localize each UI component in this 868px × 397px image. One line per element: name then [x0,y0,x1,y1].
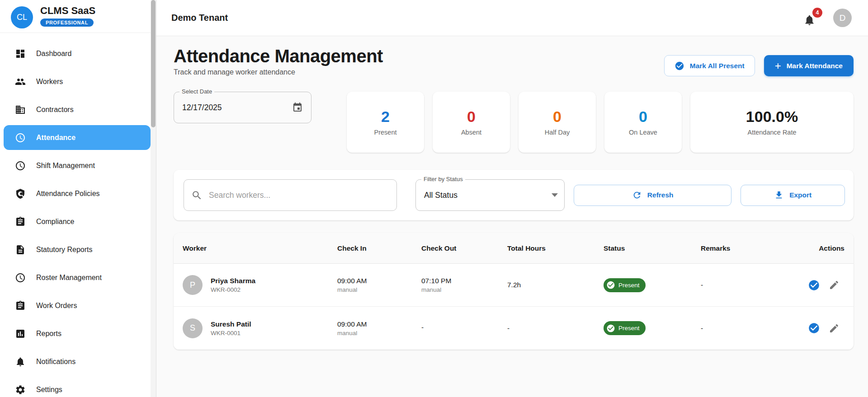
check-out-time: - [421,323,507,332]
column-header-status: Status [604,244,701,252]
sidebar: CL CLMS SaaS PROFESSIONAL Dashboard Work… [0,0,156,397]
export-label: Export [789,191,811,199]
search-field[interactable] [184,179,397,211]
export-button[interactable]: Export [741,185,845,206]
download-icon [774,190,784,200]
sidebar-item-label: Attendance Policies [36,190,100,198]
status-badge: Present [604,278,646,292]
mark-all-present-button[interactable]: Mark All Present [664,55,755,76]
sidebar-item-label: Dashboard [36,50,71,58]
mark-attendance-button[interactable]: + Mark Attendance [764,55,854,76]
status-filter-label: Filter by Status [421,176,465,182]
table-row: P Priya Sharma WKR-0002 09:00 AM manual … [174,264,854,307]
sidebar-item-attendance-policies[interactable]: Attendance Policies [4,181,151,206]
brand-header: CL CLMS SaaS PROFESSIONAL [0,0,156,33]
sidebar-item-label: Work Orders [36,302,77,310]
refresh-button[interactable]: Refresh [574,185,731,206]
worker-code: WKR-0001 [211,330,251,336]
sidebar-item-label: Statutory Reports [36,246,93,254]
sidebar-item-label: Reports [36,330,61,338]
sidebar-item-shift-management[interactable]: Shift Management [4,153,151,178]
search-input[interactable] [209,191,389,200]
check-in-time: 09:00 AM [337,277,421,285]
notification-count-badge: 4 [812,8,822,18]
filter-toolbar: Filter by Status All Status Refresh Expo… [174,170,854,220]
status-filter-value: All Status [424,191,458,200]
status-badge: Present [604,321,646,335]
stat-label: Absent [461,129,481,136]
column-header-total-hours: Total Hours [507,244,604,252]
stat-value: 0 [639,109,647,124]
sidebar-item-settings[interactable]: Settings [4,377,151,397]
chevron-down-icon [552,193,558,197]
clock-icon [15,132,26,143]
sidebar-item-reports[interactable]: Reports [4,321,151,346]
stat-card-absent: 0 Absent [433,92,510,153]
attendance-table: Worker Check In Check Out Total Hours St… [174,233,854,350]
dashboard-icon [15,48,26,59]
select-date-field[interactable]: Select Date 12/17/2025 [174,92,311,123]
stat-value: 0 [467,109,476,124]
clock-icon [15,160,26,171]
document-icon [15,244,26,255]
sidebar-item-roster-management[interactable]: Roster Management [4,265,151,290]
sidebar-item-notifications[interactable]: Notifications [4,349,151,374]
sidebar-item-compliance[interactable]: Compliance [4,209,151,234]
stat-card-on-leave: 0 On Leave [604,92,682,153]
bell-icon [15,356,26,367]
plus-icon: + [775,61,781,71]
clipboard-icon [15,216,26,227]
check-in-mode: manual [337,286,421,293]
shield-search-icon [15,188,26,199]
sidebar-item-label: Workers [36,78,63,86]
sidebar-item-contractors[interactable]: Contractors [4,97,151,122]
edit-action-button[interactable] [829,322,841,334]
sidebar-item-statutory-reports[interactable]: Statutory Reports [4,237,151,262]
people-icon [15,76,26,87]
remarks: - [701,324,777,332]
sidebar-scrollbar-thumb[interactable] [151,0,156,127]
check-in-mode: manual [337,330,421,336]
status-filter-select[interactable]: Filter by Status All Status [415,179,565,211]
stat-card-present: 2 Present [347,92,424,153]
stat-card-half-day: 0 Half Day [519,92,596,153]
status-label: Present [618,282,640,289]
sidebar-nav: Dashboard Workers Contractors Attendance… [0,33,156,397]
stat-label: On Leave [629,129,657,136]
sidebar-item-workers[interactable]: Workers [4,69,151,94]
sidebar-item-dashboard[interactable]: Dashboard [4,41,151,66]
sidebar-item-label: Settings [36,386,62,394]
sidebar-item-label: Compliance [36,218,74,226]
clock-icon [15,272,26,283]
mark-present-action-button[interactable] [808,322,820,334]
remarks: - [701,281,777,289]
sidebar-item-label: Shift Management [36,162,95,170]
page-subtitle: Track and manage worker attendance [174,68,383,76]
check-out-time: 07:10 PM [421,277,507,285]
mark-present-action-button[interactable] [808,279,820,291]
user-avatar[interactable]: D [833,9,852,27]
plan-badge: PROFESSIONAL [40,19,94,27]
stat-card-attendance-rate: 100.0% Attendance Rate [690,92,854,153]
total-hours: 7.2h [507,281,604,289]
check-out-mode: manual [421,286,507,293]
topbar: Demo Tenant 4 D [156,0,868,36]
check-circle-icon [606,280,615,290]
calendar-icon[interactable] [292,102,303,113]
check-circle-icon [808,279,820,291]
sidebar-scrollbar[interactable] [151,0,156,397]
sidebar-item-attendance[interactable]: Attendance [4,125,151,150]
select-date-label: Select Date [179,88,214,95]
sidebar-item-work-orders[interactable]: Work Orders [4,293,151,318]
notifications-button[interactable]: 4 [803,11,817,25]
stat-label: Half Day [545,129,570,136]
table-header-row: Worker Check In Check Out Total Hours St… [174,233,854,264]
gear-icon [15,384,26,395]
check-circle-icon [675,61,684,71]
worker-code: WKR-0002 [211,286,255,293]
edit-action-button[interactable] [829,279,841,291]
mark-all-present-label: Mark All Present [690,62,745,70]
pencil-icon [829,280,840,290]
clipboard-icon [15,300,26,311]
select-date-value: 12/17/2025 [182,103,222,112]
